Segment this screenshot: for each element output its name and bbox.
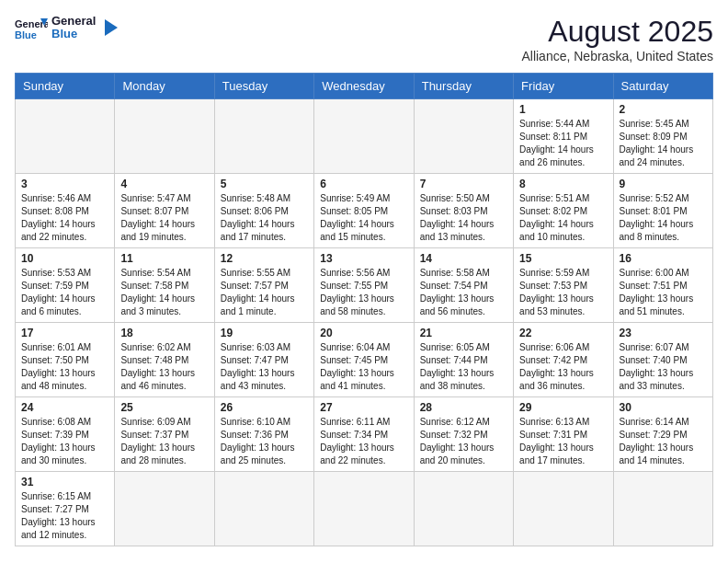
weekday-header-monday: Monday xyxy=(115,74,214,99)
day-info: Sunrise: 6:12 AM Sunset: 7:32 PM Dayligh… xyxy=(420,416,507,467)
day-number: 13 xyxy=(320,252,407,265)
calendar-cell: 23Sunrise: 6:07 AM Sunset: 7:40 PM Dayli… xyxy=(613,323,712,397)
logo-general-text: General xyxy=(51,15,96,28)
day-number: 6 xyxy=(320,178,407,190)
day-info: Sunrise: 6:15 AM Sunset: 7:27 PM Dayligh… xyxy=(21,490,108,542)
day-number: 31 xyxy=(21,476,108,488)
logo-icon: General Blue xyxy=(15,15,48,40)
day-number: 22 xyxy=(519,327,607,339)
logo: General Blue General Blue xyxy=(15,15,119,41)
calendar-cell: 24Sunrise: 6:08 AM Sunset: 7:39 PM Dayli… xyxy=(16,397,115,472)
calendar-cell: 12Sunrise: 5:55 AM Sunset: 7:57 PM Dayli… xyxy=(214,248,313,323)
day-number: 12 xyxy=(221,252,308,265)
calendar-cell: 26Sunrise: 6:10 AM Sunset: 7:36 PM Dayli… xyxy=(214,397,313,472)
calendar-cell: 19Sunrise: 6:03 AM Sunset: 7:47 PM Dayli… xyxy=(214,323,313,397)
day-info: Sunrise: 6:14 AM Sunset: 7:29 PM Dayligh… xyxy=(620,416,707,467)
day-number: 24 xyxy=(21,401,108,414)
calendar-cell xyxy=(514,472,613,546)
calendar-cell xyxy=(214,99,313,174)
calendar-cell: 11Sunrise: 5:54 AM Sunset: 7:58 PM Dayli… xyxy=(115,248,214,323)
day-number: 7 xyxy=(420,178,507,190)
logo-triangle-icon xyxy=(99,17,119,38)
day-number: 11 xyxy=(120,252,208,265)
calendar-cell xyxy=(613,472,712,546)
day-info: Sunrise: 5:59 AM Sunset: 7:53 PM Dayligh… xyxy=(519,267,607,318)
day-info: Sunrise: 6:10 AM Sunset: 7:36 PM Dayligh… xyxy=(221,416,308,467)
calendar-cell: 3Sunrise: 5:46 AM Sunset: 8:08 PM Daylig… xyxy=(16,174,115,248)
calendar-cell: 7Sunrise: 5:50 AM Sunset: 8:03 PM Daylig… xyxy=(414,174,513,248)
day-info: Sunrise: 5:48 AM Sunset: 8:06 PM Dayligh… xyxy=(221,192,308,244)
day-info: Sunrise: 6:13 AM Sunset: 7:31 PM Dayligh… xyxy=(519,416,607,467)
day-number: 10 xyxy=(21,252,108,265)
weekday-header-thursday: Thursday xyxy=(414,74,513,99)
day-number: 9 xyxy=(620,178,707,190)
weekday-header-wednesday: Wednesday xyxy=(314,74,414,99)
day-info: Sunrise: 5:52 AM Sunset: 8:01 PM Dayligh… xyxy=(620,192,707,244)
day-info: Sunrise: 5:51 AM Sunset: 8:02 PM Dayligh… xyxy=(519,192,607,244)
day-info: Sunrise: 6:03 AM Sunset: 7:47 PM Dayligh… xyxy=(221,341,308,393)
calendar-cell xyxy=(314,472,414,546)
page-header: General Blue General Blue August 2025 Al… xyxy=(15,15,713,63)
calendar-cell: 27Sunrise: 6:11 AM Sunset: 7:34 PM Dayli… xyxy=(314,397,414,472)
svg-marker-3 xyxy=(105,19,118,36)
day-number: 27 xyxy=(320,401,407,414)
calendar-cell: 13Sunrise: 5:56 AM Sunset: 7:55 PM Dayli… xyxy=(314,248,414,323)
day-info: Sunrise: 5:49 AM Sunset: 8:05 PM Dayligh… xyxy=(320,192,407,244)
day-number: 16 xyxy=(620,252,707,265)
calendar-cell: 18Sunrise: 6:02 AM Sunset: 7:48 PM Dayli… xyxy=(115,323,214,397)
day-number: 14 xyxy=(420,252,507,265)
calendar-cell: 17Sunrise: 6:01 AM Sunset: 7:50 PM Dayli… xyxy=(16,323,115,397)
logo-blue-text: Blue xyxy=(51,28,96,40)
day-info: Sunrise: 5:47 AM Sunset: 8:07 PM Dayligh… xyxy=(120,192,208,244)
day-number: 21 xyxy=(420,327,507,339)
calendar-cell: 28Sunrise: 6:12 AM Sunset: 7:32 PM Dayli… xyxy=(414,397,513,472)
calendar-cell: 4Sunrise: 5:47 AM Sunset: 8:07 PM Daylig… xyxy=(115,174,214,248)
calendar-cell xyxy=(314,99,414,174)
calendar-cell: 16Sunrise: 6:00 AM Sunset: 7:51 PM Dayli… xyxy=(613,248,712,323)
day-number: 25 xyxy=(120,401,208,414)
weekday-header-saturday: Saturday xyxy=(613,74,712,99)
weekday-header-friday: Friday xyxy=(514,74,613,99)
day-info: Sunrise: 5:45 AM Sunset: 8:09 PM Dayligh… xyxy=(620,118,707,169)
day-number: 20 xyxy=(320,327,407,339)
day-number: 5 xyxy=(221,178,308,190)
day-info: Sunrise: 5:58 AM Sunset: 7:54 PM Dayligh… xyxy=(420,267,507,318)
day-info: Sunrise: 5:44 AM Sunset: 8:11 PM Dayligh… xyxy=(519,118,607,169)
day-number: 26 xyxy=(221,401,308,414)
calendar-cell: 21Sunrise: 6:05 AM Sunset: 7:44 PM Dayli… xyxy=(414,323,513,397)
day-info: Sunrise: 5:56 AM Sunset: 7:55 PM Dayligh… xyxy=(320,267,407,318)
calendar-cell: 22Sunrise: 6:06 AM Sunset: 7:42 PM Dayli… xyxy=(514,323,613,397)
day-info: Sunrise: 6:05 AM Sunset: 7:44 PM Dayligh… xyxy=(420,341,507,393)
day-number: 1 xyxy=(519,103,607,116)
calendar-cell: 10Sunrise: 5:53 AM Sunset: 7:59 PM Dayli… xyxy=(16,248,115,323)
day-number: 8 xyxy=(519,178,607,190)
weekday-header-sunday: Sunday xyxy=(16,74,115,99)
day-info: Sunrise: 5:46 AM Sunset: 8:08 PM Dayligh… xyxy=(21,192,108,244)
calendar-table: SundayMondayTuesdayWednesdayThursdayFrid… xyxy=(15,73,713,546)
title-area: August 2025 Alliance, Nebraska, United S… xyxy=(521,15,713,63)
day-number: 4 xyxy=(120,178,208,190)
day-info: Sunrise: 6:02 AM Sunset: 7:48 PM Dayligh… xyxy=(120,341,208,393)
day-info: Sunrise: 5:55 AM Sunset: 7:57 PM Dayligh… xyxy=(221,267,308,318)
day-number: 30 xyxy=(620,401,707,414)
day-info: Sunrise: 5:53 AM Sunset: 7:59 PM Dayligh… xyxy=(21,267,108,318)
calendar-cell: 2Sunrise: 5:45 AM Sunset: 8:09 PM Daylig… xyxy=(613,99,712,174)
calendar-cell: 6Sunrise: 5:49 AM Sunset: 8:05 PM Daylig… xyxy=(314,174,414,248)
calendar-cell xyxy=(214,472,313,546)
day-info: Sunrise: 6:11 AM Sunset: 7:34 PM Dayligh… xyxy=(320,416,407,467)
calendar-cell: 1Sunrise: 5:44 AM Sunset: 8:11 PM Daylig… xyxy=(514,99,613,174)
calendar-cell xyxy=(414,99,513,174)
day-info: Sunrise: 6:07 AM Sunset: 7:40 PM Dayligh… xyxy=(620,341,707,393)
day-number: 17 xyxy=(21,327,108,339)
location-title: Alliance, Nebraska, United States xyxy=(521,49,713,63)
day-info: Sunrise: 5:50 AM Sunset: 8:03 PM Dayligh… xyxy=(420,192,507,244)
day-info: Sunrise: 6:06 AM Sunset: 7:42 PM Dayligh… xyxy=(519,341,607,393)
day-number: 15 xyxy=(519,252,607,265)
day-info: Sunrise: 6:01 AM Sunset: 7:50 PM Dayligh… xyxy=(21,341,108,393)
calendar-cell: 29Sunrise: 6:13 AM Sunset: 7:31 PM Dayli… xyxy=(514,397,613,472)
calendar-cell: 14Sunrise: 5:58 AM Sunset: 7:54 PM Dayli… xyxy=(414,248,513,323)
month-title: August 2025 xyxy=(521,15,713,49)
calendar-cell: 9Sunrise: 5:52 AM Sunset: 8:01 PM Daylig… xyxy=(613,174,712,248)
day-info: Sunrise: 5:54 AM Sunset: 7:58 PM Dayligh… xyxy=(120,267,208,318)
calendar-cell xyxy=(414,472,513,546)
